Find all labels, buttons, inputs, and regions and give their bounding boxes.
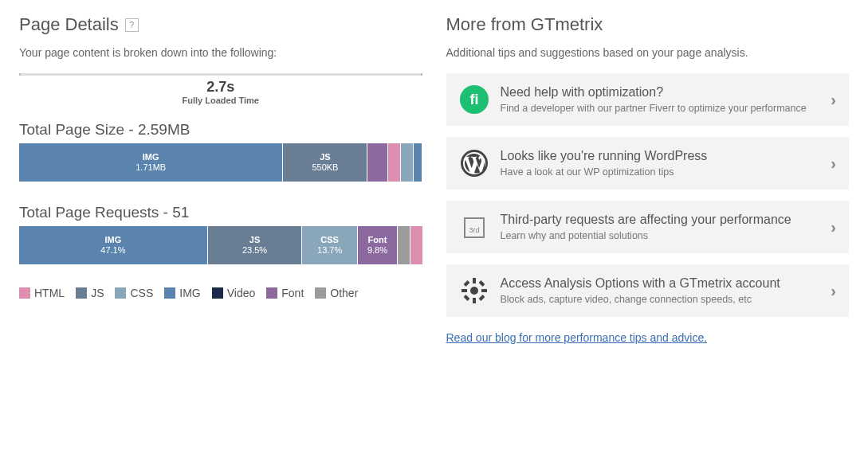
chevron-right-icon: › (831, 154, 836, 173)
svg-text:3rd: 3rd (469, 226, 479, 234)
more-from-gtmetrix-panel: More from GTmetrix Additional tips and s… (446, 14, 850, 345)
fully-loaded-time-label: Fully Loaded Time (19, 96, 422, 105)
blog-link[interactable]: Read our blog for more performance tips … (446, 331, 708, 344)
tip-desc: Have a look at our WP optimization tips (501, 166, 820, 178)
chart-segment[interactable]: Font9.8% (358, 226, 397, 264)
svg-text:fi: fi (469, 92, 478, 107)
total-page-size-title: Total Page Size - 2.59MB (19, 121, 422, 139)
fully-loaded-timeline: 2.7s Fully Loaded Time (19, 73, 422, 105)
tip-body: Looks like you're running WordPressHave … (501, 149, 820, 178)
tip-title: Third-party requests are affecting your … (501, 213, 820, 227)
chart-segment[interactable]: IMG47.1% (19, 226, 207, 264)
tip-title: Access Analysis Options with a GTmetrix … (501, 276, 820, 291)
legend-label: HTML (34, 287, 65, 299)
svg-rect-7 (473, 278, 476, 283)
svg-rect-8 (473, 298, 476, 303)
svg-rect-9 (461, 289, 467, 292)
legend-item: HTML (19, 287, 65, 299)
chart-segment[interactable]: CSS13.7% (302, 226, 357, 264)
legend-label: JS (91, 287, 104, 299)
svg-rect-11 (463, 280, 469, 287)
tip-desc: Block ads, capture video, change connect… (501, 294, 820, 305)
more-title: More from GTmetrix (446, 14, 850, 35)
gear-icon (459, 276, 489, 306)
chart-segment[interactable] (398, 226, 410, 264)
page-requests-chart: IMG47.1%JS23.5%CSS13.7%Font9.8% (19, 226, 422, 264)
chart-segment[interactable]: JS23.5% (208, 226, 302, 264)
chevron-right-icon: › (831, 218, 836, 236)
chart-segment[interactable]: IMG1.71MB (19, 143, 282, 182)
wordpress-icon (459, 148, 489, 178)
svg-rect-13 (463, 295, 469, 301)
tip-body: Access Analysis Options with a GTmetrix … (501, 276, 820, 305)
page-details-title: Page Details ? (19, 14, 422, 35)
total-page-requests-title: Total Page Requests - 51 (19, 204, 422, 221)
legend-label: CSS (130, 287, 153, 299)
legend-swatch (164, 287, 175, 299)
chevron-right-icon: › (831, 282, 836, 300)
chart-segment[interactable] (414, 143, 422, 182)
legend-swatch (115, 287, 126, 299)
fully-loaded-time-value: 2.7s (19, 79, 422, 96)
chart-segment[interactable] (367, 143, 387, 182)
tip-title: Need help with optimization? (501, 85, 820, 100)
more-subtitle: Additional tips and suggestions based on… (446, 46, 850, 59)
svg-rect-14 (478, 295, 485, 301)
tip-title: Looks like you're running WordPress (501, 149, 820, 163)
svg-point-6 (470, 287, 478, 295)
tips-list: fiNeed help with optimization?Find a dev… (446, 73, 850, 317)
legend-swatch (212, 287, 223, 299)
svg-rect-12 (478, 280, 485, 287)
thirdparty-icon: 3rd (459, 212, 489, 242)
legend-item: Other (315, 287, 358, 299)
legend-item: IMG (164, 287, 200, 299)
tip-card[interactable]: 3rdThird-party requests are affecting yo… (446, 201, 850, 253)
svg-rect-10 (481, 289, 487, 292)
page-details-panel: Page Details ? Your page content is brok… (19, 14, 422, 345)
page-details-title-text: Page Details (19, 14, 119, 35)
legend-item: CSS (115, 287, 153, 299)
legend: HTMLJSCSSIMGVideoFontOther (19, 287, 422, 299)
legend-swatch (266, 287, 277, 299)
fiverr-icon: fi (459, 84, 489, 115)
legend-label: Other (330, 287, 358, 299)
legend-label: Font (281, 287, 304, 299)
help-icon[interactable]: ? (125, 18, 139, 32)
page-details-subtitle: Your page content is broken down into th… (19, 46, 422, 59)
chart-segment[interactable] (388, 143, 400, 182)
chart-segment[interactable]: JS550KB (283, 143, 367, 182)
legend-label: IMG (179, 287, 200, 299)
legend-swatch (76, 287, 87, 299)
legend-label: Video (227, 287, 256, 299)
legend-swatch (19, 287, 30, 299)
page-size-chart: IMG1.71MBJS550KB (19, 143, 422, 182)
tip-body: Need help with optimization?Find a devel… (501, 85, 820, 114)
tip-card[interactable]: fiNeed help with optimization?Find a dev… (446, 73, 850, 126)
chart-segment[interactable] (410, 226, 422, 264)
tip-desc: Find a developer with our partner Fiverr… (501, 103, 820, 114)
tip-card[interactable]: Looks like you're running WordPressHave … (446, 137, 850, 190)
timeline-bar (19, 73, 422, 76)
tip-desc: Learn why and potential solutions (501, 230, 820, 241)
chevron-right-icon: › (831, 91, 836, 109)
legend-item: JS (76, 287, 104, 299)
legend-item: Video (212, 287, 256, 299)
legend-item: Font (266, 287, 304, 299)
chart-segment[interactable] (401, 143, 413, 182)
tip-body: Third-party requests are affecting your … (501, 213, 820, 241)
tip-card[interactable]: Access Analysis Options with a GTmetrix … (446, 264, 850, 317)
legend-swatch (315, 287, 326, 299)
